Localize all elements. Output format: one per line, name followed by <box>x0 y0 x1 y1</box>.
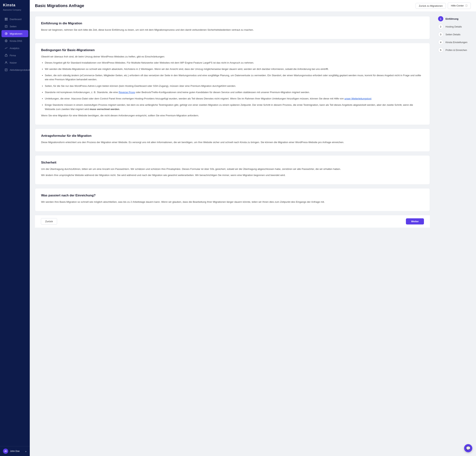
svg-rect-3 <box>6 19 8 20</box>
sidebar-logo: Kinsta <box>0 0 30 9</box>
back-button[interactable]: Zurück <box>41 218 57 225</box>
svg-rect-2 <box>5 19 6 20</box>
sidebar-item-dashboard[interactable]: Dashboard <box>1 16 28 23</box>
weiterleitungstool-link[interactable]: unser Weiterleitungstool <box>344 97 371 100</box>
sidebar-item-firma[interactable]: Firma <box>1 52 28 59</box>
footer-actions: Zurück Weiter <box>35 215 430 228</box>
step-label-5: Prüfen & Einreichen <box>445 49 467 51</box>
svg-point-12 <box>6 61 7 63</box>
help-center-button[interactable]: Hilfe-Center ⓘ <box>448 3 471 9</box>
step-num-1: 1 <box>438 16 443 21</box>
section-form-title: Antragsformular für die Migration <box>41 134 424 138</box>
section-intro: Einführung in die Migration Bevor wir be… <box>35 16 430 39</box>
header: Basic Migrations Anfrage Zurück zu Migra… <box>30 0 476 12</box>
list-item: Seiten, die sich ständig ändern (eCommer… <box>45 73 424 82</box>
step-item-5[interactable]: 5 Prüfen & Einreichen <box>438 47 473 53</box>
section-security-title: Sicherheit <box>41 161 424 165</box>
sidebar-label-dashboard: Dashboard <box>10 18 22 21</box>
step-item-2[interactable]: 2 Hosting Details <box>438 24 473 29</box>
section-form-text: Diese Migrationsform erleichtert uns den… <box>41 140 424 144</box>
svg-rect-11 <box>5 55 7 57</box>
sidebar-label-migrationen: Migrationen <box>10 32 22 35</box>
sidebar-item-nutzer[interactable]: Nutzer <box>1 59 28 66</box>
sidebar: Kinsta Awesome Company Dashboard Seiten … <box>0 0 30 456</box>
section-conditions-intro: Obwohl wir überaus froh sind, dir beim U… <box>41 55 424 59</box>
sidebar-label-aktivitaetsprotokoll: Aktivitätenprotokoll <box>10 69 30 71</box>
svg-rect-0 <box>5 18 6 19</box>
seiten-icon <box>4 25 8 28</box>
list-item: Umleitungen, die einer .htaccess-Datei o… <box>45 97 424 101</box>
step-label-2: Hosting Details <box>445 25 462 28</box>
list-item: Wir werden die Website-Migrationen so sc… <box>45 67 424 71</box>
migrationen-icon <box>4 32 8 35</box>
dashboard-icon <box>4 17 8 21</box>
step-label-1: Einführung <box>445 17 458 20</box>
list-item: Einige Standorte müssen in einem zweistu… <box>45 103 424 111</box>
next-button[interactable]: Weiter <box>406 218 424 224</box>
company-name: Awesome Company <box>0 9 30 14</box>
avatar: JD <box>3 448 8 454</box>
sidebar-label-nutzer: Nutzer <box>10 61 17 64</box>
header-actions: Zurück zu Migrationen Hilfe-Center ⓘ <box>416 3 471 9</box>
step-num-3: 3 <box>438 32 443 37</box>
section-security: Sicherheit Um die Übertragung durchzufüh… <box>35 155 430 184</box>
right-sidebar: 1 Einführung 2 Hosting Details 3 Seiten … <box>435 12 476 456</box>
chevron-up-icon: ▲ <box>25 450 27 452</box>
svg-rect-4 <box>5 25 7 27</box>
sidebar-item-aktivitaetsprotokoll[interactable]: Aktivitätenprotokoll <box>1 66 28 73</box>
section-form: Antragsformular für die Migration Diese … <box>35 129 430 152</box>
sidebar-item-kinsta-dns[interactable]: Kinsta DNS <box>1 37 28 44</box>
section-conditions-footer: Wenn Sie eine Migration für eine Website… <box>41 114 424 118</box>
section-conditions-title: Bedingungen für Basic-Migrationen <box>41 48 424 52</box>
sidebar-footer: JD John Doe ▲ <box>0 446 30 456</box>
sidebar-label-firma: Firma <box>10 54 16 57</box>
back-to-migrations-button[interactable]: Zurück zu Migrationen <box>416 3 446 9</box>
nutzer-icon <box>4 61 8 64</box>
sidebar-item-migrationen[interactable]: Migrationen <box>1 30 28 37</box>
page-title: Basic Migrations Anfrage <box>35 3 84 8</box>
list-item: Dieses Angebot gilt für Standard-Install… <box>45 61 424 65</box>
conditions-list: Dieses Angebot gilt für Standard-Install… <box>41 61 424 111</box>
main-content: Einführung in die Migration Bevor wir be… <box>30 12 435 456</box>
step-item-1[interactable]: 1 Einführung <box>438 16 473 21</box>
reverse-proxy-link[interactable]: Reverse Proxy <box>119 91 135 94</box>
svg-rect-1 <box>6 18 8 19</box>
analytics-icon <box>4 46 8 50</box>
step-item-4[interactable]: 4 Kinsta Einstellungen <box>438 40 473 45</box>
sidebar-label-analytics: Analytics <box>10 47 19 50</box>
step-num-2: 2 <box>438 24 443 29</box>
sidebar-label-seiten: Seiten <box>10 25 17 28</box>
step-label-3: Seiten Details <box>445 33 460 36</box>
step-label-4: Kinsta Einstellungen <box>445 41 468 44</box>
sidebar-label-kinsta-dns: Kinsta DNS <box>10 40 22 42</box>
section-intro-title: Einführung in die Migration <box>41 22 424 25</box>
step-item-3[interactable]: 3 Seiten Details <box>438 32 473 37</box>
user-name: John Doe <box>10 450 23 452</box>
section-security-text2: Wir ändern Ihre ursprüngliche Website wä… <box>41 173 424 177</box>
section-intro-text: Bevor wir beginnen, nehmen Sie sich bitt… <box>41 28 424 32</box>
main-area: Basic Migrations Anfrage Zurück zu Migra… <box>30 0 476 456</box>
section-after-text: Wir werden Ihre Basis-Migration so schne… <box>41 200 424 204</box>
logo-text: Kinsta <box>3 3 27 7</box>
aktivitaetsprotokoll-icon <box>4 68 8 72</box>
kinsta-dns-icon <box>4 39 8 42</box>
list-item: Standorte mit komplexen Anforderungen, z… <box>45 90 424 94</box>
sidebar-item-seiten[interactable]: Seiten <box>1 23 28 30</box>
sidebar-nav: Dashboard Seiten Migrationen Kinsta DNS … <box>0 14 30 446</box>
section-security-text1: Um die Übertragung durchzuführen, bitten… <box>41 167 424 171</box>
step-num-4: 4 <box>438 40 443 45</box>
help-icon: ⓘ <box>465 4 468 7</box>
firma-icon <box>4 54 8 57</box>
section-after: Was passiert nach der Einreichung? Wir w… <box>35 188 430 211</box>
step-num-5: 5 <box>438 47 443 53</box>
chat-bubble-button[interactable]: 💬 <box>464 444 472 452</box>
steps-list: 1 Einführung 2 Hosting Details 3 Seiten … <box>438 16 473 53</box>
section-after-title: Was passiert nach der Einreichung? <box>41 194 424 197</box>
chat-icon: 💬 <box>466 446 471 450</box>
content-area: Einführung in die Migration Bevor wir be… <box>30 12 476 456</box>
list-item: Seiten, für die Sie nur das WordPress-Ad… <box>45 84 424 88</box>
section-conditions: Bedingungen für Basic-Migrationen Obwohl… <box>35 43 430 125</box>
sidebar-item-analytics[interactable]: Analytics <box>1 45 28 52</box>
